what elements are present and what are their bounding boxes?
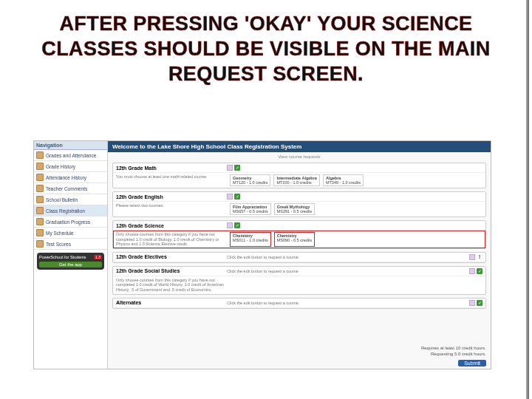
- req-line: Requesting 5.0 credit hours.: [421, 352, 486, 358]
- section-english: 12th Grade English ✓ Please select two c…: [112, 191, 486, 217]
- nav-item-graduation[interactable]: Graduation Progress: [34, 216, 107, 228]
- edit-icon[interactable]: [227, 194, 233, 200]
- course-code: MS657 - 0.5 credits: [233, 209, 268, 214]
- course-code: MT120 - 1.0 credits: [233, 180, 267, 185]
- section-note: Only choose courses from this category i…: [116, 278, 227, 293]
- nav-label: Graduation Progress: [46, 219, 90, 225]
- nav-item-teacher-comments[interactable]: Teacher Comments: [34, 183, 107, 194]
- warning-icon: !: [477, 254, 482, 260]
- footer-row: Requires at least 10 credit hours. Reque…: [108, 343, 491, 361]
- nav-item-my-schedule[interactable]: My Schedule: [34, 228, 107, 239]
- section-note: Please select two courses.: [116, 203, 227, 215]
- requirements-text: Requires at least 10 credit hours. Reque…: [421, 346, 486, 358]
- section-title: 12th Grade Science: [116, 223, 227, 228]
- nav-label: Grade History: [46, 164, 75, 169]
- section-title: Alternates: [116, 300, 227, 305]
- check-icon: ✓: [234, 194, 240, 200]
- main-panel: Welcome to the Lake Shore High School Cl…: [108, 141, 491, 369]
- view-requests-link[interactable]: View course requests: [108, 152, 491, 161]
- edit-icon[interactable]: [469, 300, 475, 306]
- course-card: Greek MythologyMS291 - 0.5 credits: [274, 203, 316, 215]
- course-code: MT340 - 1.0 credits: [326, 180, 361, 185]
- nav-label: Attendance History: [46, 175, 86, 180]
- file-icon: [36, 240, 44, 248]
- course-code: MS090 - 0.5 credits: [277, 238, 313, 242]
- file-icon: [36, 163, 44, 170]
- slide-title: AFTER PRESSING 'OKAY' YOUR SCIENCE CLASS…: [0, 0, 532, 94]
- submit-button[interactable]: Submit: [458, 360, 486, 366]
- course-card: Intermediate AlgebraMT200 - 1.0 credits: [273, 174, 320, 186]
- nav-label: Test Scores: [46, 242, 71, 247]
- section-science: 12th Grade Science ✓ Only choose courses…: [112, 220, 486, 249]
- edit-note: Click the edit button to request a cours…: [227, 269, 469, 273]
- nav-item-grades[interactable]: Grades and Attendance: [34, 150, 107, 161]
- course-card: AlgebraMT340 - 1.0 credits: [323, 174, 364, 186]
- nav-item-class-registration[interactable]: Class Registration: [34, 205, 107, 216]
- nav-label: Grades and Attendance: [46, 153, 96, 158]
- edit-icon[interactable]: [227, 222, 233, 228]
- nav-item-grade-history[interactable]: Grade History: [34, 161, 107, 172]
- section-note: You must choose at least one math relate…: [116, 174, 227, 186]
- course-code: MS011 - 1.0 credits: [233, 238, 268, 242]
- section-note: Only choose courses from this category i…: [116, 232, 227, 247]
- section-math: 12th Grade Math ✓ You must choose at lea…: [112, 163, 486, 188]
- get-app-button[interactable]: Get the app: [39, 262, 102, 267]
- file-icon: [36, 196, 44, 203]
- file-icon: [36, 207, 44, 214]
- course-code: MS291 - 0.5 credits: [277, 209, 313, 214]
- course-code: MT200 - 1.0 credits: [276, 180, 317, 185]
- section-electives: 12th Grade Electives Click the edit butt…: [112, 252, 486, 263]
- file-icon: [36, 151, 44, 159]
- powerschool-promo: 1.3 PowerSchool for Students Get the app: [37, 253, 104, 270]
- nav-label: School Bulletin: [46, 197, 78, 202]
- check-icon: ✓: [477, 268, 482, 274]
- nav-label: Class Registration: [46, 208, 85, 214]
- check-icon: ✓: [234, 222, 240, 228]
- nav-label: My Schedule: [46, 231, 74, 236]
- main-header: Welcome to the Lake Shore High School Cl…: [108, 141, 491, 152]
- check-icon: ✓: [234, 165, 240, 171]
- file-icon: [36, 174, 44, 181]
- version-badge: 1.3: [94, 255, 102, 259]
- section-social-studies: 12th Grade Social Studies Click the edit…: [112, 266, 486, 295]
- edit-icon[interactable]: [469, 254, 475, 260]
- check-icon: ✓: [477, 300, 482, 306]
- req-line: Requires at least 10 credit hours.: [421, 346, 486, 352]
- section-title: 12th Grade English: [116, 194, 227, 200]
- edit-icon[interactable]: [227, 165, 233, 171]
- section-title: 12th Grade Electives: [116, 254, 227, 259]
- course-card: Film AppreciationMS657 - 0.5 credits: [230, 203, 271, 215]
- edit-icon[interactable]: [469, 268, 475, 274]
- promo-title: PowerSchool for Students: [39, 255, 102, 259]
- file-icon: [36, 218, 44, 225]
- section-title: 12th Grade Social Studies: [116, 268, 227, 273]
- nav-header: Navigation: [34, 141, 107, 150]
- submit-row: Submit: [108, 361, 491, 369]
- nav-panel: Navigation Grades and Attendance Grade H…: [34, 141, 108, 369]
- file-icon: [36, 229, 44, 236]
- nav-label: Teacher Comments: [46, 186, 87, 191]
- course-card: ChemistryMS090 - 0.5 credits: [274, 232, 316, 247]
- edit-note: Click the edit button to request a cours…: [227, 255, 469, 259]
- nav-item-attendance-history[interactable]: Attendance History: [34, 172, 107, 183]
- nav-item-school-bulletin[interactable]: School Bulletin: [34, 194, 107, 205]
- course-card: GeometryMT120 - 1.0 credits: [230, 174, 270, 186]
- edit-note: Click the edit button to request a cours…: [227, 301, 469, 305]
- section-alternates: Alternates Click the edit button to requ…: [112, 298, 486, 309]
- section-title: 12th Grade Math: [116, 166, 227, 171]
- accent-stripe: [526, 0, 529, 399]
- course-card: ChemistryMS011 - 1.0 credits: [230, 232, 271, 247]
- file-icon: [36, 185, 44, 192]
- nav-item-test-scores[interactable]: Test Scores: [34, 239, 107, 250]
- app-screenshot: Navigation Grades and Attendance Grade H…: [33, 140, 491, 369]
